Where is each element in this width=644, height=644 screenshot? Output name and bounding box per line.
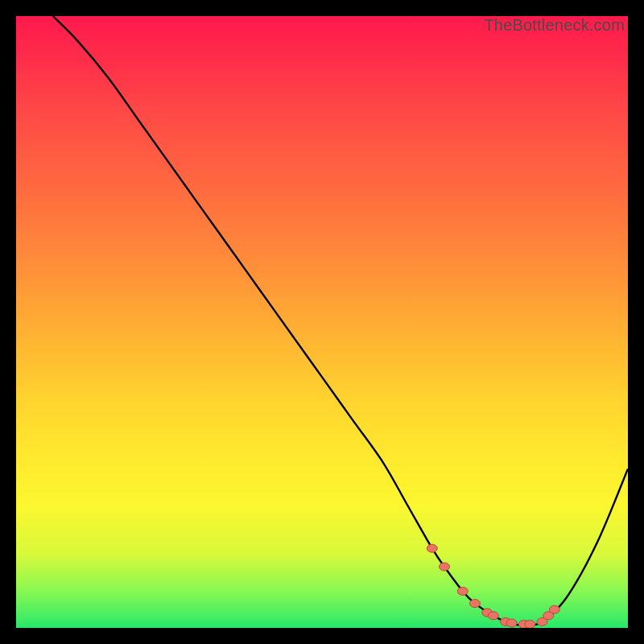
highlight-dot [488, 612, 498, 620]
highlight-dot [440, 563, 450, 571]
highlight-dot [470, 600, 481, 608]
plot-area: TheBottleneck.com [16, 16, 628, 628]
highlight-dot [427, 544, 437, 552]
curve-layer [16, 16, 628, 628]
bottleneck-curve [53, 16, 628, 625]
highlight-dot [506, 619, 517, 627]
attribution-text: TheBottleneck.com [484, 16, 625, 35]
highlight-dots [427, 544, 559, 628]
highlight-dot [457, 587, 468, 595]
highlight-dot [549, 605, 559, 613]
outer-frame: TheBottleneck.com [0, 0, 644, 644]
highlight-dot [525, 620, 535, 628]
